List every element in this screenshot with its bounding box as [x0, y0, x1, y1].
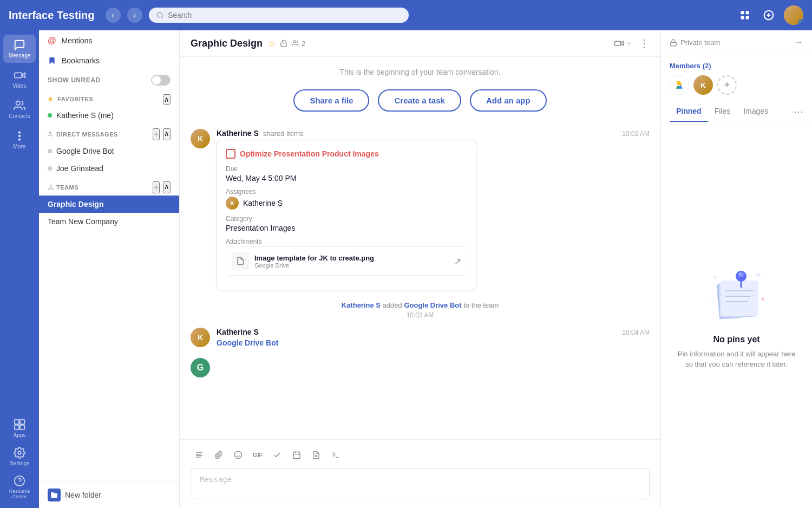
sidebar-item-label: Contacts	[9, 113, 30, 119]
sidebar-item-resource-center[interactable]: Resource Center	[3, 471, 36, 504]
nav-forward-button[interactable]: ›	[127, 8, 142, 23]
right-panel-close-button[interactable]: →	[794, 37, 803, 48]
chevron-down-icon	[626, 40, 632, 47]
calendar-icon	[292, 451, 301, 459]
svg-rect-16	[20, 420, 24, 424]
svg-point-50	[761, 297, 764, 301]
more-icon	[14, 130, 25, 142]
sidebar-item-message[interactable]: Message	[3, 35, 36, 63]
google-drive-bot-link[interactable]: Google Drive Bot	[217, 338, 650, 347]
pins-empty-illustration	[704, 261, 769, 326]
format-button[interactable]	[191, 446, 208, 464]
bookmarks-item[interactable]: Bookmarks	[39, 51, 179, 70]
assignee-row: K Katherine S	[226, 197, 467, 210]
favorites-collapse-button[interactable]: ∧	[163, 94, 171, 105]
dm-item-joe-grinstead[interactable]: Joe Grinstead	[39, 160, 179, 177]
gif-button[interactable]: GIF	[249, 446, 266, 464]
tabs-more-button[interactable]: ⋯	[794, 106, 803, 118]
sidebar-item-settings[interactable]: Settings	[3, 442, 36, 471]
sidebar-item-contacts[interactable]: Contacts	[3, 95, 36, 123]
add-member-button[interactable]: +	[717, 75, 737, 95]
mentions-item[interactable]: @ Mentions	[39, 30, 179, 51]
search-input[interactable]	[168, 11, 401, 19]
task-title-link[interactable]: Optimize Presentation Product Images	[240, 149, 379, 158]
teams-label: TEAMS	[56, 184, 78, 191]
attachment-item[interactable]: Image template for JK to create.png Goog…	[226, 246, 467, 276]
attach-button[interactable]	[210, 446, 227, 464]
task-due-field: Due Wed, May 4 5:00 PM	[226, 165, 467, 183]
offline-status-dot	[48, 166, 52, 171]
external-link-icon[interactable]: ↗	[454, 256, 461, 266]
team-item-new-company[interactable]: Team New Company	[39, 213, 179, 230]
svg-point-22	[49, 132, 51, 134]
grid-icon	[739, 10, 750, 21]
dm-collapse-button[interactable]: ∧	[163, 128, 171, 140]
mentions-label: Mentions	[62, 36, 93, 45]
attachment-info: Image template for JK to create.png Goog…	[254, 254, 449, 269]
team-name: Graphic Design	[48, 200, 103, 209]
channel-name: Graphic Design	[191, 38, 263, 49]
teams-collapse-button[interactable]: ∧	[163, 181, 171, 193]
svg-point-0	[157, 12, 162, 17]
message-sender-2: Katherine S	[217, 328, 259, 336]
star-icon[interactable]: ☆	[268, 38, 276, 49]
composer-tools: GIF	[191, 446, 650, 464]
share-file-button[interactable]: Share a file	[293, 89, 369, 112]
tab-files[interactable]: Files	[708, 101, 737, 122]
teams-add-button[interactable]: +	[153, 181, 160, 193]
avatar: K	[191, 129, 210, 148]
pins-illustration	[704, 261, 769, 326]
gdrive-member-avatar[interactable]	[670, 75, 689, 95]
dm-add-button[interactable]: +	[153, 128, 160, 140]
apps-icon	[14, 419, 25, 431]
task-button[interactable]	[269, 446, 286, 464]
tab-pinned[interactable]: Pinned	[670, 101, 708, 122]
more-tools-button[interactable]	[327, 446, 344, 464]
left-panel: @ Mentions Bookmarks SHOW UNREAD ★ FAVOR…	[39, 30, 180, 508]
svg-point-48	[713, 276, 717, 279]
video-call-button[interactable]	[614, 38, 632, 48]
svg-point-25	[53, 189, 54, 190]
emoji-icon	[234, 451, 243, 459]
user-avatar[interactable]	[784, 5, 803, 25]
dm-item-google-drive-bot[interactable]: Google Drive Bot	[39, 142, 179, 160]
svg-rect-54	[721, 281, 758, 316]
task-due-label: Due	[226, 165, 467, 173]
members-avatars: K +	[670, 75, 803, 95]
add-button[interactable]	[760, 6, 777, 24]
message-sender: Katherine S	[217, 129, 259, 138]
sidebar-item-more[interactable]: More	[3, 126, 36, 154]
task-assignees-label: Assignees	[226, 188, 467, 196]
add-app-button[interactable]: Add an app	[470, 89, 547, 112]
katherine-member-avatar[interactable]: K	[693, 75, 713, 95]
calendar-button[interactable]	[288, 446, 305, 464]
more-options-button[interactable]: ⋮	[639, 37, 650, 50]
tab-images[interactable]: Images	[737, 101, 775, 122]
system-target[interactable]: Google Drive Bot	[404, 301, 461, 309]
sidebar-item-label: Video	[12, 83, 26, 89]
svg-point-13	[19, 135, 21, 137]
task-checkbox[interactable]	[226, 149, 235, 159]
show-unread-toggle[interactable]	[151, 75, 171, 86]
system-actor[interactable]: Katherine S	[342, 301, 381, 309]
video-call-icon	[614, 38, 624, 48]
team-item-graphic-design[interactable]: Graphic Design	[39, 196, 179, 213]
new-folder-item[interactable]: New folder	[39, 481, 179, 508]
snippet-button[interactable]	[307, 446, 325, 464]
sidebar-item-apps[interactable]: Apps	[3, 414, 36, 442]
sidebar-item-video[interactable]: Video	[3, 65, 36, 93]
message-content: Katherine S shared items 10:02 AM Optimi…	[217, 129, 650, 290]
nav-back-button[interactable]: ‹	[106, 8, 121, 23]
svg-point-23	[50, 185, 51, 186]
dm-name: Google Drive Bot	[56, 147, 114, 155]
show-unread-row: SHOW UNREAD	[39, 70, 179, 90]
message-input[interactable]	[191, 468, 650, 499]
grid-icon-button[interactable]	[736, 6, 754, 24]
create-task-button[interactable]: Create a task	[378, 89, 461, 112]
main-layout: Message Video Contacts More Apps Setting…	[0, 30, 812, 508]
emoji-button[interactable]	[230, 446, 247, 464]
favorite-item-katherine[interactable]: Katherine S (me)	[39, 107, 179, 124]
video-icon	[14, 69, 25, 81]
file-icon	[232, 252, 249, 270]
gdrive-icon	[674, 80, 685, 90]
